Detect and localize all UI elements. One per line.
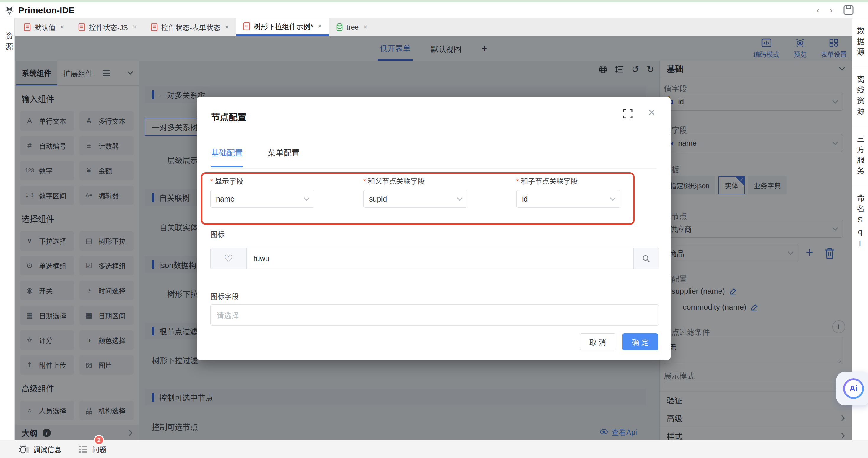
dock-item-offline-resources[interactable]: 离线资源: [855, 75, 866, 118]
icon-label: 图标: [210, 229, 224, 239]
app-title: Primeton-IDE: [18, 5, 74, 16]
tab-close-icon[interactable]: ×: [60, 23, 64, 31]
sidebar-item-resources[interactable]: 资源: [3, 32, 14, 53]
app-logo-icon: [4, 5, 15, 16]
statusbar: 调试信息 问题 2: [0, 440, 868, 458]
window-top-strip: [0, 0, 868, 2]
tab-tree[interactable]: tree ×: [329, 18, 374, 36]
nav-back-icon[interactable]: ‹: [816, 4, 819, 16]
form-doc-icon: [78, 23, 85, 31]
dock-item-named-sql[interactable]: 命名Sql: [855, 194, 866, 251]
heart-icon[interactable]: ♡: [211, 248, 247, 269]
titlebar: Primeton-IDE ‹ ›: [0, 2, 868, 18]
tab-close-icon[interactable]: ×: [363, 23, 367, 31]
annotation-highlight: [201, 172, 634, 225]
dock-item-datasource[interactable]: 数据源: [855, 27, 866, 59]
tab-menu-config[interactable]: 菜单配置: [268, 147, 300, 167]
debug-info-button[interactable]: 调试信息: [19, 444, 61, 454]
tab-tree-dropdown-example[interactable]: 树形下拉组件示例* ×: [236, 18, 329, 36]
close-icon[interactable]: ×: [648, 106, 655, 119]
node-config-dialog: 节点配置 × 基础配置 菜单配置 *显示字段 name *和父节点关联字段 su…: [197, 97, 671, 360]
save-icon[interactable]: [843, 4, 855, 16]
icon-field-label: 图标字段: [210, 291, 239, 301]
ai-icon: Ai: [843, 378, 864, 399]
form-doc-icon: [24, 23, 31, 31]
search-icon[interactable]: [633, 248, 658, 269]
tab-close-icon[interactable]: ×: [133, 23, 136, 31]
dock-item-third-party-services[interactable]: 三方服务: [855, 135, 866, 177]
dialog-title: 节点配置: [211, 110, 246, 123]
tab-basic-config[interactable]: 基础配置: [211, 147, 243, 167]
form-doc-icon: [243, 22, 250, 30]
ai-assistant-button[interactable]: Ai: [836, 372, 868, 405]
tab-close-icon[interactable]: ×: [225, 23, 229, 31]
tab-close-icon[interactable]: ×: [318, 23, 322, 30]
fullscreen-icon[interactable]: [623, 109, 633, 119]
tab-control-state-form[interactable]: 控件状态-表单状态 ×: [144, 18, 236, 36]
confirm-button[interactable]: 确 定: [622, 333, 658, 350]
tab-control-state-js[interactable]: 控件状态-JS ×: [71, 18, 144, 36]
nav-forward-icon[interactable]: ›: [830, 4, 833, 16]
database-icon: [336, 23, 343, 31]
list-icon: [79, 445, 88, 453]
cancel-button[interactable]: 取 消: [580, 333, 615, 350]
tab-default-value[interactable]: 默认值 ×: [17, 18, 71, 36]
icon-field-select[interactable]: 请选择: [210, 304, 659, 326]
editor-tabbar: 默认值 × 控件状态-JS × 控件状态-表单状态 × 树形下拉组件示例* × …: [15, 18, 852, 36]
issues-count-badge: 2: [94, 435, 104, 445]
resource-strip: 资源: [0, 18, 15, 440]
icon-picker: ♡: [210, 248, 659, 270]
issues-button[interactable]: 问题: [79, 444, 106, 454]
bug-icon: [19, 445, 29, 454]
icon-search-input[interactable]: [247, 248, 633, 269]
form-doc-icon: [151, 23, 158, 31]
